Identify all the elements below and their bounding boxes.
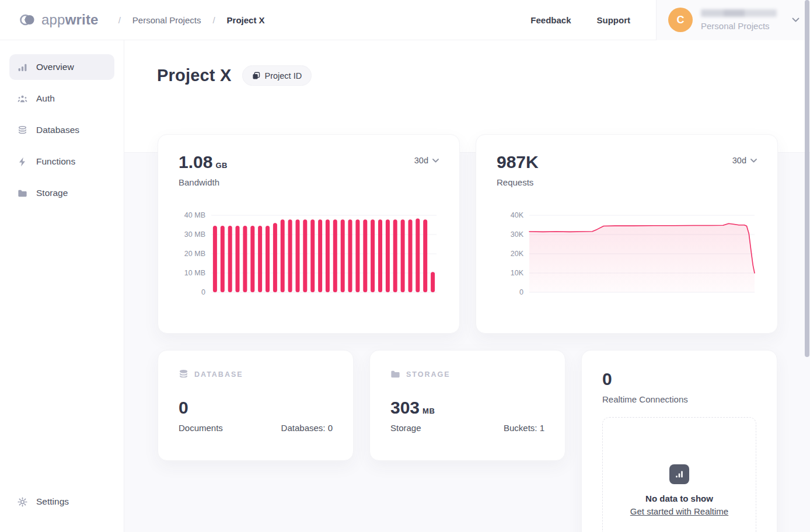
- realtime-label: Realtime Connections: [602, 394, 756, 404]
- get-started-realtime-link[interactable]: Get started with Realtime: [630, 506, 728, 516]
- svg-text:30K: 30K: [511, 230, 524, 239]
- realtime-empty-state: No data to show Get started with Realtim…: [602, 417, 756, 532]
- realtime-value: 0: [602, 369, 756, 389]
- storage-label: Storage: [390, 423, 421, 433]
- bandwidth-card: 1.08GB Bandwidth 30d 010 MB20 MB30 MB40 …: [158, 134, 460, 334]
- breadcrumb: / Personal Projects / Project X: [118, 15, 265, 25]
- sidebar-item-functions[interactable]: Functions: [9, 149, 114, 174]
- page-title: Project X: [157, 66, 232, 85]
- svg-text:10 MB: 10 MB: [184, 269, 205, 277]
- bandwidth-chart: 010 MB20 MB30 MB40 MB: [179, 209, 439, 302]
- folder-icon: [390, 369, 400, 379]
- account-menu[interactable]: C Personal Projects: [656, 0, 810, 40]
- documents-label: Documents: [179, 423, 223, 433]
- folder-icon: [18, 188, 27, 198]
- breadcrumb-project-x[interactable]: Project X: [227, 15, 265, 25]
- project-id-label: Project ID: [265, 71, 302, 80]
- storage-unit: MB: [423, 407, 435, 415]
- bandwidth-unit: GB: [215, 161, 228, 170]
- database-icon: [18, 125, 27, 135]
- lightning-icon: [18, 157, 27, 167]
- breadcrumb-separator: /: [118, 15, 121, 25]
- no-data-title: No data to show: [645, 494, 713, 503]
- requests-card: 987K Requests 30d 010K20K30K40K: [476, 134, 778, 334]
- breadcrumb-personal-projects[interactable]: Personal Projects: [132, 15, 201, 25]
- appwrite-logo[interactable]: appwrite: [0, 11, 99, 29]
- documents-count: 0: [179, 398, 333, 418]
- users-icon: [18, 94, 27, 104]
- copy-icon: [252, 72, 260, 80]
- breadcrumb-separator: /: [212, 15, 215, 25]
- databases-meta: Databases: 0: [281, 423, 333, 433]
- bandwidth-range-dropdown[interactable]: 30d: [414, 152, 439, 165]
- appwrite-logo-text: appwrite: [41, 12, 99, 28]
- sidebar-item-label: Functions: [36, 156, 75, 167]
- sidebar-item-overview[interactable]: Overview: [9, 54, 114, 80]
- svg-text:10K: 10K: [511, 269, 524, 277]
- bar-chart-icon: [18, 62, 27, 72]
- requests-range-dropdown[interactable]: 30d: [732, 152, 757, 165]
- main-area: Project X Project ID 1.08GB Bandwidth: [124, 40, 810, 532]
- appwrite-logo-icon: [19, 11, 36, 29]
- gear-icon: [18, 497, 27, 507]
- svg-text:20 MB: 20 MB: [184, 250, 205, 258]
- bandwidth-value: 1.08GB: [179, 152, 228, 172]
- sidebar-item-label: Storage: [36, 188, 68, 198]
- vertical-scrollbar[interactable]: [805, 0, 809, 357]
- storage-card[interactable]: STORAGE 303MB Storage Buckets: 1: [369, 350, 565, 461]
- user-name-redacted: [701, 9, 777, 17]
- database-card[interactable]: DATABASE 0 Documents Databases: 0: [158, 350, 354, 461]
- support-link[interactable]: Support: [597, 15, 631, 25]
- svg-text:0: 0: [519, 288, 523, 296]
- sidebar-item-auth[interactable]: Auth: [9, 86, 114, 111]
- sidebar: Overview Auth Databases: [0, 40, 124, 532]
- requests-label: Requests: [497, 177, 539, 187]
- realtime-card: 0 Realtime Connections No data to show G…: [581, 350, 777, 532]
- bandwidth-label: Bandwidth: [179, 177, 228, 187]
- sidebar-item-label: Overview: [36, 62, 74, 72]
- sidebar-item-label: Databases: [36, 125, 79, 135]
- storage-value: 303MB: [390, 398, 544, 418]
- svg-text:40 MB: 40 MB: [184, 211, 205, 219]
- chevron-down-icon: [750, 159, 757, 163]
- requests-value: 987K: [497, 152, 539, 172]
- no-data-chart-icon: [669, 464, 689, 484]
- svg-text:20K: 20K: [511, 250, 524, 258]
- requests-chart: 010K20K30K40K: [497, 209, 757, 302]
- avatar: C: [668, 8, 693, 32]
- sidebar-item-label: Settings: [36, 496, 69, 507]
- buckets-meta: Buckets: 1: [504, 423, 544, 433]
- sidebar-item-label: Auth: [36, 93, 55, 104]
- project-id-button[interactable]: Project ID: [242, 65, 312, 86]
- svg-text:40K: 40K: [511, 211, 524, 219]
- top-header: appwrite / Personal Projects / Project X…: [0, 0, 810, 40]
- sidebar-item-databases[interactable]: Databases: [9, 117, 114, 143]
- storage-tag: STORAGE: [406, 370, 451, 379]
- svg-text:30 MB: 30 MB: [184, 230, 205, 239]
- feedback-link[interactable]: Feedback: [530, 15, 571, 25]
- user-organization: Personal Projects: [701, 21, 792, 31]
- chevron-down-icon: [792, 18, 799, 22]
- sidebar-item-settings[interactable]: Settings: [9, 489, 114, 514]
- database-icon: [179, 369, 188, 379]
- svg-text:0: 0: [201, 288, 205, 296]
- sidebar-item-storage[interactable]: Storage: [9, 180, 114, 206]
- chevron-down-icon: [432, 159, 439, 163]
- database-tag: DATABASE: [194, 370, 243, 379]
